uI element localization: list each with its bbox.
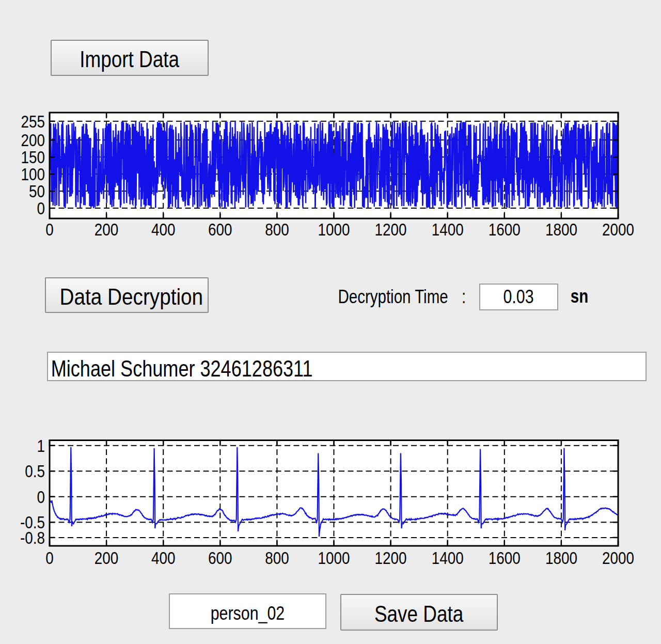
svg-text:1800: 1800 <box>545 219 577 239</box>
svg-text:600: 600 <box>208 219 232 239</box>
svg-text:2000: 2000 <box>602 219 634 239</box>
svg-text:1800: 1800 <box>545 548 577 568</box>
svg-text:2000: 2000 <box>602 548 634 568</box>
svg-text:200: 200 <box>95 548 119 568</box>
svg-text:1200: 1200 <box>375 219 407 239</box>
svg-text:200: 200 <box>95 219 119 239</box>
svg-text:600: 600 <box>208 548 232 568</box>
svg-text:800: 800 <box>265 219 289 239</box>
svg-text:1000: 1000 <box>318 548 350 568</box>
svg-text:1200: 1200 <box>375 548 407 568</box>
svg-text:400: 400 <box>151 219 176 239</box>
svg-text:100: 100 <box>21 164 45 184</box>
svg-text:800: 800 <box>265 548 289 568</box>
svg-text:0: 0 <box>45 219 54 239</box>
svg-text:0: 0 <box>45 548 54 568</box>
svg-text:1400: 1400 <box>432 548 464 568</box>
svg-text:0: 0 <box>37 198 45 218</box>
svg-text:1000: 1000 <box>318 219 350 239</box>
svg-text:200: 200 <box>21 130 45 150</box>
svg-text:400: 400 <box>151 548 176 568</box>
svg-text:0: 0 <box>37 487 45 507</box>
svg-text:1600: 1600 <box>489 219 521 239</box>
svg-text:0.5: 0.5 <box>25 462 45 481</box>
svg-text:1400: 1400 <box>432 219 464 239</box>
svg-text:-0.8: -0.8 <box>20 528 45 547</box>
svg-text:1600: 1600 <box>489 548 521 568</box>
svg-text:50: 50 <box>29 181 45 201</box>
svg-text:255: 255 <box>21 112 45 131</box>
svg-text:1: 1 <box>37 436 45 455</box>
svg-text:150: 150 <box>21 147 45 167</box>
